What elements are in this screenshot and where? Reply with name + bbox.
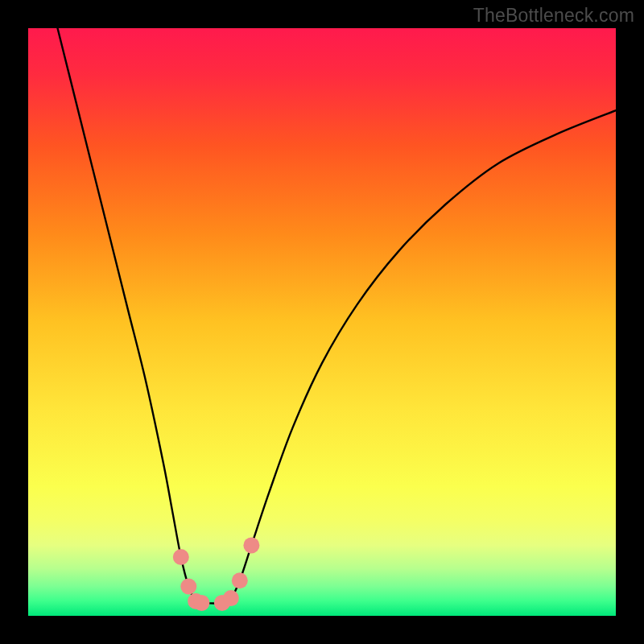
bottleneck-chart <box>28 28 616 616</box>
gradient-background <box>28 28 616 616</box>
marker-point <box>193 595 209 611</box>
marker-point <box>243 537 259 553</box>
plot-area <box>28 28 616 616</box>
watermark-text: TheBottleneck.com <box>473 5 634 27</box>
marker-point <box>173 549 189 565</box>
marker-point <box>232 572 248 588</box>
marker-point <box>180 579 196 595</box>
outer-frame: TheBottleneck.com <box>0 0 644 644</box>
marker-point <box>223 590 239 606</box>
